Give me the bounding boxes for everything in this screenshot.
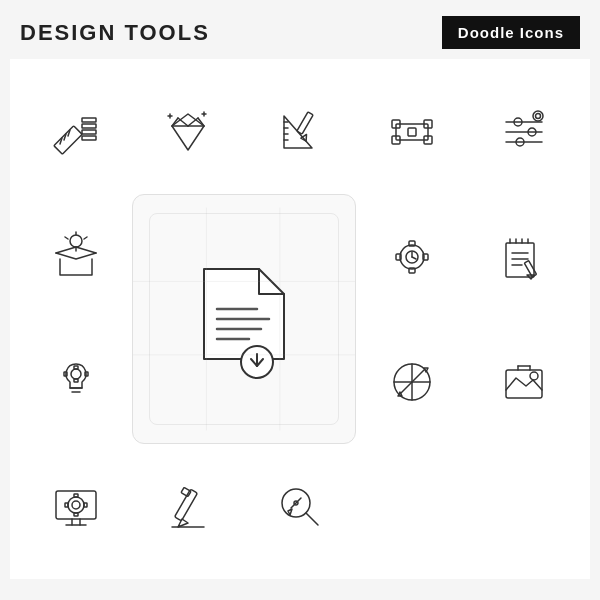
svg-point-73 xyxy=(71,369,81,379)
svg-rect-74 xyxy=(74,366,78,369)
icon-gear-clock xyxy=(356,194,468,319)
svg-rect-55 xyxy=(409,241,415,246)
svg-rect-57 xyxy=(396,254,401,260)
page-title: DESIGN TOOLS xyxy=(20,20,210,46)
svg-point-85 xyxy=(530,372,538,380)
svg-rect-0 xyxy=(54,125,82,153)
svg-rect-5 xyxy=(82,124,96,128)
svg-line-40 xyxy=(65,237,68,239)
svg-rect-7 xyxy=(82,136,96,140)
icon-compass xyxy=(356,319,468,444)
svg-rect-29 xyxy=(408,128,416,136)
svg-rect-22 xyxy=(297,111,313,133)
icon-settings-knobs xyxy=(468,69,580,194)
icon-magnify-pen xyxy=(244,444,356,569)
svg-rect-98 xyxy=(84,503,87,507)
icon-document-featured xyxy=(132,194,356,444)
svg-rect-95 xyxy=(74,494,78,497)
svg-point-94 xyxy=(72,501,80,509)
svg-line-104 xyxy=(306,513,318,525)
svg-line-12 xyxy=(188,118,198,126)
icons-grid xyxy=(10,59,590,579)
icon-diamond xyxy=(132,69,244,194)
svg-point-37 xyxy=(536,113,541,118)
svg-line-60 xyxy=(412,257,416,259)
svg-rect-58 xyxy=(423,254,428,260)
icon-idea-box xyxy=(20,194,132,319)
svg-rect-75 xyxy=(74,379,78,382)
icon-notepad-pencil xyxy=(468,194,580,319)
svg-rect-24 xyxy=(396,124,428,140)
svg-rect-96 xyxy=(74,513,78,516)
icon-pencil-edit xyxy=(132,444,244,569)
svg-rect-6 xyxy=(82,130,96,134)
icon-image-frame xyxy=(468,319,580,444)
svg-line-11 xyxy=(178,118,188,126)
icon-ruler-pencil xyxy=(20,69,132,194)
svg-rect-4 xyxy=(82,118,96,122)
page-header: DESIGN TOOLS Doodle Icons xyxy=(0,0,600,59)
icon-vector-tool xyxy=(356,69,468,194)
svg-rect-99 xyxy=(175,489,198,521)
svg-point-38 xyxy=(70,235,82,247)
svg-rect-89 xyxy=(56,491,96,519)
svg-point-93 xyxy=(68,497,84,513)
svg-line-41 xyxy=(84,237,87,239)
icon-idea-gear xyxy=(20,319,132,444)
brand-badge: Doodle Icons xyxy=(442,16,580,49)
svg-rect-97 xyxy=(65,503,68,507)
svg-rect-56 xyxy=(409,268,415,273)
icon-monitor-gear xyxy=(20,444,132,569)
svg-point-36 xyxy=(533,111,543,121)
svg-line-105 xyxy=(291,498,301,508)
icon-triangle-ruler xyxy=(244,69,356,194)
